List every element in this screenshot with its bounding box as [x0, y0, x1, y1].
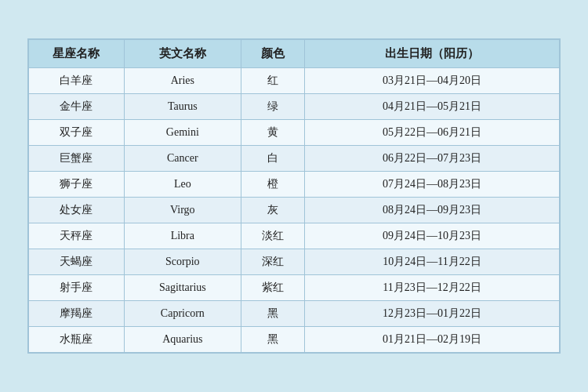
cell-color: 灰 — [241, 198, 304, 223]
cell-english: Taurus — [124, 94, 241, 120]
cell-chinese: 天秤座 — [29, 223, 125, 249]
table-row: 巨蟹座Cancer白06月22日—07月23日 — [29, 146, 560, 172]
cell-color: 淡红 — [241, 223, 304, 249]
cell-date: 11月23日—12月22日 — [305, 275, 560, 301]
zodiac-table-wrapper: 星座名称 英文名称 颜色 出生日期（阳历） 白羊座Aries红03月21日—04… — [27, 38, 561, 354]
header-english: 英文名称 — [124, 40, 241, 68]
table-row: 白羊座Aries红03月21日—04月20日 — [29, 68, 560, 94]
cell-chinese: 狮子座 — [29, 172, 125, 198]
cell-english: Sagittarius — [124, 275, 241, 301]
cell-chinese: 巨蟹座 — [29, 146, 125, 172]
table-row: 水瓶座Aquarius黑01月21日—02月19日 — [29, 327, 560, 353]
cell-date: 07月24日—08月23日 — [305, 172, 560, 198]
cell-english: Leo — [124, 172, 241, 198]
cell-chinese: 处女座 — [29, 198, 125, 223]
header-date: 出生日期（阳历） — [305, 40, 560, 68]
table-row: 天秤座Libra淡红09月24日—10月23日 — [29, 223, 560, 249]
header-color: 颜色 — [241, 40, 304, 68]
cell-date: 10月24日—11月22日 — [305, 249, 560, 275]
cell-date: 05月22日—06月21日 — [305, 120, 560, 146]
cell-english: Cancer — [124, 146, 241, 172]
cell-color: 绿 — [241, 94, 304, 120]
cell-english: Libra — [124, 223, 241, 249]
cell-color: 紫红 — [241, 275, 304, 301]
cell-color: 黄 — [241, 120, 304, 146]
table-row: 双子座Gemini黄05月22日—06月21日 — [29, 120, 560, 146]
cell-chinese: 水瓶座 — [29, 327, 125, 353]
cell-color: 黑 — [241, 301, 304, 327]
cell-english: Aquarius — [124, 327, 241, 353]
cell-english: Virgo — [124, 198, 241, 223]
cell-chinese: 摩羯座 — [29, 301, 125, 327]
cell-date: 03月21日—04月20日 — [305, 68, 560, 94]
cell-english: Aries — [124, 68, 241, 94]
cell-date: 09月24日—10月23日 — [305, 223, 560, 249]
cell-chinese: 射手座 — [29, 275, 125, 301]
cell-color: 黑 — [241, 327, 304, 353]
cell-date: 08月24日—09月23日 — [305, 198, 560, 223]
table-row: 射手座Sagittarius紫红11月23日—12月22日 — [29, 275, 560, 301]
cell-date: 01月21日—02月19日 — [305, 327, 560, 353]
table-header-row: 星座名称 英文名称 颜色 出生日期（阳历） — [29, 40, 560, 68]
cell-chinese: 天蝎座 — [29, 249, 125, 275]
cell-english: Capricorn — [124, 301, 241, 327]
cell-english: Scorpio — [124, 249, 241, 275]
cell-color: 白 — [241, 146, 304, 172]
cell-chinese: 白羊座 — [29, 68, 125, 94]
table-row: 金牛座Taurus绿04月21日—05月21日 — [29, 94, 560, 120]
table-row: 天蝎座Scorpio深红10月24日—11月22日 — [29, 249, 560, 275]
table-row: 摩羯座Capricorn黑12月23日—01月22日 — [29, 301, 560, 327]
cell-english: Gemini — [124, 120, 241, 146]
cell-chinese: 金牛座 — [29, 94, 125, 120]
cell-date: 04月21日—05月21日 — [305, 94, 560, 120]
cell-date: 12月23日—01月22日 — [305, 301, 560, 327]
cell-date: 06月22日—07月23日 — [305, 146, 560, 172]
table-row: 狮子座Leo橙07月24日—08月23日 — [29, 172, 560, 198]
table-row: 处女座Virgo灰08月24日—09月23日 — [29, 198, 560, 223]
header-chinese: 星座名称 — [29, 40, 125, 68]
cell-color: 橙 — [241, 172, 304, 198]
zodiac-table: 星座名称 英文名称 颜色 出生日期（阳历） 白羊座Aries红03月21日—04… — [28, 39, 560, 353]
cell-chinese: 双子座 — [29, 120, 125, 146]
cell-color: 深红 — [241, 249, 304, 275]
cell-color: 红 — [241, 68, 304, 94]
